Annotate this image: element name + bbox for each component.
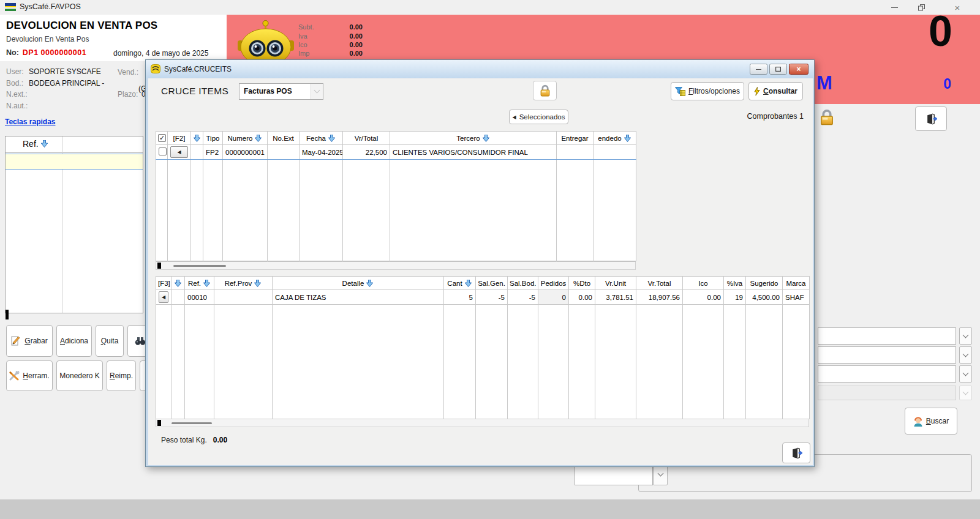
- pedidos-cell[interactable]: 0: [538, 290, 569, 305]
- cruce-items-title: CRUCE ITEMS: [161, 86, 228, 97]
- reimp-button[interactable]: Reimp.: [107, 360, 136, 391]
- detalle-header[interactable]: Detalle: [273, 277, 444, 290]
- iva-value: 0.00: [318, 32, 363, 40]
- restore-button[interactable]: [910, 0, 934, 15]
- fecha-cell[interactable]: May-04-2025: [300, 145, 343, 160]
- sort-down-icon: [193, 135, 201, 142]
- dialog-exit-button[interactable]: [782, 442, 810, 463]
- iva-header[interactable]: %Iva: [724, 277, 746, 290]
- vendedor-cell[interactable]: [594, 145, 636, 160]
- entregar-cell[interactable]: [557, 145, 594, 160]
- vrunit-header[interactable]: Vr.Unit: [595, 277, 636, 290]
- table2-hscrollbar[interactable]: [156, 419, 809, 427]
- pos-items-table[interactable]: Ref.: [5, 136, 143, 313]
- entregar-header[interactable]: Entregar: [557, 132, 594, 145]
- noext-cell[interactable]: [268, 145, 300, 160]
- sugerido-cell[interactable]: 4,500.00: [746, 290, 783, 305]
- dialog-minimize-button[interactable]: [750, 64, 767, 75]
- right-combo-1[interactable]: [818, 327, 956, 345]
- salgen-header[interactable]: Sal.Gen.: [476, 277, 508, 290]
- refprov-cell[interactable]: [214, 290, 273, 305]
- select-all-header[interactable]: ✓: [156, 132, 168, 145]
- checkbox-unchecked-icon[interactable]: [159, 147, 167, 155]
- vrtotal-cell[interactable]: 22,500: [343, 145, 390, 160]
- row-expand-cell[interactable]: ◀: [156, 290, 172, 305]
- right-combo-2-dropdown[interactable]: [959, 346, 972, 364]
- vrtotal2-header[interactable]: Vr.Total: [636, 277, 683, 290]
- ref-column-header[interactable]: Ref.: [6, 136, 143, 153]
- ico-header[interactable]: Ico: [683, 277, 724, 290]
- right-combo-1-dropdown[interactable]: [959, 327, 972, 345]
- tercero-header[interactable]: Tercero: [390, 132, 557, 145]
- sort-down-icon: [624, 135, 631, 142]
- cant-header[interactable]: Cant: [444, 277, 476, 290]
- dto-header[interactable]: %Dto: [569, 277, 595, 290]
- grabar-button[interactable]: Grabar: [6, 325, 53, 357]
- numero-header[interactable]: Numero: [223, 132, 268, 145]
- row-expand-cell[interactable]: ◀: [168, 145, 191, 160]
- left-triangle-icon[interactable]: ◀: [170, 146, 188, 158]
- checkbox-checked-icon[interactable]: ✓: [158, 134, 166, 142]
- teclas-rapidas-link[interactable]: Teclas rapidas: [5, 118, 56, 126]
- salbod-cell[interactable]: -5: [508, 290, 538, 305]
- scrollbar-thumb[interactable]: [172, 422, 212, 424]
- row-checkbox-cell[interactable]: [156, 145, 168, 160]
- ref-header[interactable]: Ref.: [185, 277, 214, 290]
- herram-button[interactable]: Herram.: [6, 360, 53, 391]
- dialog-maximize-button[interactable]: [769, 64, 787, 75]
- facturas-combo[interactable]: Facturas POS: [239, 83, 323, 100]
- f2-header[interactable]: [F2]: [168, 132, 191, 145]
- seleccionados-button[interactable]: ◀ Seleccionados: [509, 110, 568, 124]
- items-table: [F3] Ref. Ref.Prov Detalle Cant Sal.Gen.…: [156, 276, 810, 419]
- vrtotal-header[interactable]: Vr/Total: [343, 132, 390, 145]
- adiciona-button[interactable]: Adiciona: [56, 325, 92, 357]
- right-combo-2[interactable]: [818, 346, 956, 364]
- selected-empty-row[interactable]: [6, 154, 143, 170]
- f3-header[interactable]: [F3]: [156, 277, 172, 290]
- filtros-opciones-button[interactable]: Filtros/opciones: [671, 82, 744, 100]
- dialog-close-button[interactable]: ×: [789, 64, 809, 75]
- vrunit-cell[interactable]: 3,781.51: [595, 290, 636, 305]
- numero-cell[interactable]: 0000000001: [223, 145, 268, 160]
- dto-cell[interactable]: 0.00: [569, 290, 595, 305]
- dialog-lock-button[interactable]: [533, 81, 557, 100]
- minimize-button[interactable]: [882, 0, 907, 15]
- marca-cell[interactable]: SHAF: [783, 290, 810, 305]
- sort-column-header[interactable]: [172, 277, 185, 290]
- noext-header[interactable]: No.Ext: [268, 132, 300, 145]
- cruceits-dialog: SysCafé.CRUCEITS × CRUCE ITEMS Facturas …: [145, 59, 815, 467]
- scrollbar-thumb[interactable]: [173, 265, 226, 267]
- ref-cell[interactable]: 00010: [185, 290, 214, 305]
- marca-header[interactable]: Marca: [783, 277, 810, 290]
- salgen-cell[interactable]: -5: [476, 290, 508, 305]
- iva-cell[interactable]: 19: [724, 290, 746, 305]
- tipo-header[interactable]: Tipo: [203, 132, 223, 145]
- exit-button[interactable]: [915, 106, 947, 131]
- right-combo-3-dropdown[interactable]: [959, 365, 972, 383]
- cant-cell[interactable]: 5: [444, 290, 476, 305]
- sugerido-header[interactable]: Sugerido: [746, 277, 783, 290]
- monedero-button[interactable]: Monedero K: [56, 360, 103, 391]
- vrtotal-cell[interactable]: 18,907.56: [636, 290, 683, 305]
- table1-hscrollbar[interactable]: [156, 261, 636, 270]
- refprov-header[interactable]: Ref.Prov: [214, 277, 273, 290]
- tipo-cell[interactable]: FP2: [203, 145, 223, 160]
- salbod-header[interactable]: Sal.Bod.: [508, 277, 538, 290]
- facturas-combo-dropdown[interactable]: [311, 84, 323, 99]
- sort-column-header[interactable]: [191, 132, 203, 145]
- detalle-cell[interactable]: CAJA DE TIZAS: [273, 290, 444, 305]
- ico-cell[interactable]: 0.00: [683, 290, 724, 305]
- consultar-button[interactable]: Consultar: [748, 82, 803, 100]
- pedidos-header[interactable]: Pedidos: [538, 277, 569, 290]
- comprobante-row[interactable]: ◀ FP2 0000000001 May-04-2025 22,500 CLIE…: [156, 145, 636, 160]
- quita-button[interactable]: Quita: [96, 325, 124, 357]
- fecha-header[interactable]: Fecha: [300, 132, 343, 145]
- item-row[interactable]: ◀ 00010 CAJA DE TIZAS 5 -5 -5 0 0.00 3,7…: [156, 290, 810, 305]
- vendedor-header[interactable]: endedo: [594, 132, 636, 145]
- dialog-titlebar[interactable]: SysCafé.CRUCEITS: [146, 60, 814, 78]
- close-button[interactable]: ×: [945, 0, 970, 15]
- left-triangle-icon[interactable]: ◀: [159, 291, 168, 303]
- buscar-button[interactable]: Buscar: [905, 408, 957, 435]
- right-combo-3[interactable]: [818, 365, 956, 383]
- tercero-cell[interactable]: CLIENTES VARIOS/CONSUMIDOR FINAL: [390, 145, 557, 160]
